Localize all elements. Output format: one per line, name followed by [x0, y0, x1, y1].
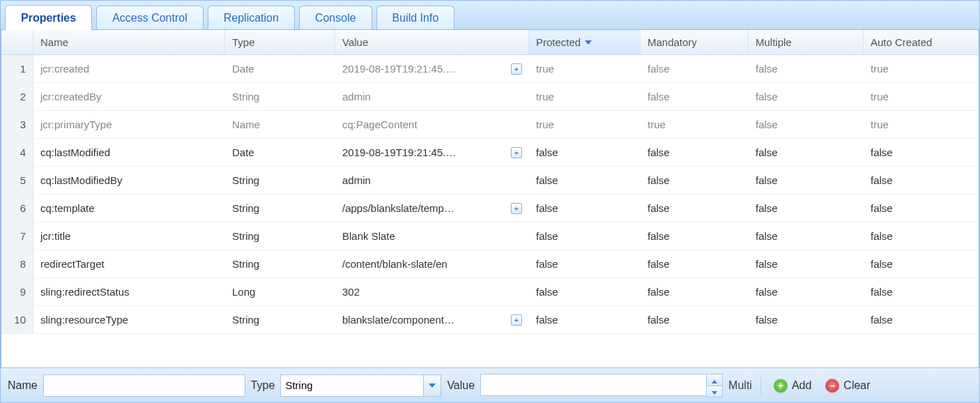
cell-value: /content/blank-slate/en — [335, 250, 529, 277]
tabstrip: Properties Access Control Replication Co… — [1, 1, 979, 30]
cell-value-text: 2019-08-19T19:21:45.… — [342, 146, 507, 158]
tab-replication[interactable]: Replication — [208, 6, 295, 29]
name-input[interactable] — [43, 374, 245, 397]
type-dropdown-button[interactable] — [423, 374, 441, 397]
table-row[interactable]: 10sling:resourceTypeStringblankslate/com… — [1, 306, 979, 334]
crx-properties-panel: Properties Access Control Replication Co… — [0, 0, 980, 403]
cell-mandatory: true — [641, 111, 749, 138]
cell-value: blankslate/component…+ — [335, 306, 529, 333]
table-row[interactable]: 6cq:templateString/apps/blankslate/temp…… — [1, 195, 979, 222]
cell-mandatory: false — [641, 278, 749, 305]
cell-rownum: 3 — [1, 111, 33, 138]
cell-autocreated: true — [864, 111, 979, 138]
cell-autocreated: false — [864, 195, 979, 222]
cell-value: /apps/blankslate/temp…+ — [335, 195, 529, 222]
column-header-mandatory[interactable]: Mandatory — [641, 30, 749, 54]
cell-type: String — [225, 167, 335, 194]
cell-autocreated: false — [864, 167, 979, 194]
multi-label: Multi — [728, 379, 752, 392]
table-row[interactable]: 2jcr:createdByStringadmintruefalsefalset… — [1, 83, 979, 111]
column-header-name[interactable]: Name — [33, 30, 225, 54]
value-spin-down[interactable] — [707, 386, 722, 397]
table-row[interactable]: 7jcr:titleStringBlank Slatefalsefalsefal… — [1, 222, 979, 250]
cell-name: sling:redirectStatus — [33, 278, 225, 305]
tab-replication-label: Replication — [224, 12, 279, 24]
expand-value-button[interactable]: + — [511, 63, 522, 75]
cell-value-text: /content/blank-slate/en — [342, 258, 522, 270]
cell-autocreated: false — [864, 250, 979, 277]
grid-header: Name Type Value Protected Mandatory Mult… — [1, 30, 979, 55]
cell-type: String — [225, 250, 335, 277]
cell-mandatory: false — [641, 139, 749, 166]
add-button[interactable]: + Add — [770, 374, 816, 397]
cell-value: admin — [335, 83, 529, 110]
cell-name: jcr:created — [33, 55, 225, 82]
table-row[interactable]: 4cq:lastModifiedDate2019-08-19T19:21:45.… — [1, 139, 979, 167]
cell-type: String — [225, 83, 335, 110]
cell-multiple: false — [749, 222, 864, 250]
cell-name: sling:resourceType — [33, 306, 225, 333]
value-spin-up[interactable] — [707, 374, 722, 386]
value-input[interactable] — [480, 374, 707, 396]
cell-multiple: false — [749, 55, 864, 82]
grid-body[interactable]: 1jcr:createdDate2019-08-19T19:21:45.…+tr… — [1, 55, 979, 367]
table-row[interactable]: 3jcr:primaryTypeNamecq:PageContenttruetr… — [1, 111, 979, 139]
cell-name: cq:lastModified — [33, 139, 225, 166]
cell-protected: false — [529, 306, 641, 333]
column-header-type[interactable]: Type — [225, 30, 335, 54]
cell-mandatory: false — [641, 250, 749, 277]
tab-build-info[interactable]: Build Info — [376, 6, 455, 29]
cell-type: String — [225, 306, 335, 333]
type-label: Type — [251, 379, 275, 392]
cell-autocreated: true — [864, 83, 979, 110]
type-input[interactable] — [280, 374, 423, 397]
column-header-value[interactable]: Value — [335, 30, 529, 54]
cell-rownum: 6 — [1, 195, 33, 222]
clear-button[interactable]: – Clear — [821, 374, 874, 397]
properties-grid: Name Type Value Protected Mandatory Mult… — [1, 30, 979, 367]
table-row[interactable]: 1jcr:createdDate2019-08-19T19:21:45.…+tr… — [1, 55, 979, 83]
value-label: Value — [447, 379, 475, 392]
cell-autocreated: true — [864, 55, 979, 82]
plus-circle-icon: + — [774, 379, 788, 393]
cell-protected: false — [529, 139, 641, 166]
tab-access-control[interactable]: Access Control — [96, 6, 204, 29]
clear-button-label: Clear — [843, 379, 870, 392]
cell-autocreated: false — [864, 222, 979, 250]
tab-properties[interactable]: Properties — [5, 5, 92, 30]
cell-value: 302 — [335, 278, 529, 305]
cell-rownum: 1 — [1, 55, 33, 82]
cell-autocreated: false — [864, 306, 979, 333]
cell-mandatory: false — [641, 83, 749, 110]
cell-name: cq:lastModifiedBy — [33, 167, 225, 194]
column-header-autocreated[interactable]: Auto Created — [864, 30, 979, 54]
chevron-down-icon — [429, 383, 436, 388]
expand-value-button[interactable]: + — [511, 203, 522, 214]
expand-value-button[interactable]: + — [511, 314, 522, 326]
cell-protected: true — [529, 83, 641, 110]
svg-marker-3 — [712, 391, 717, 395]
table-row[interactable]: 8redirectTargetString/content/blank-slat… — [1, 250, 979, 278]
column-header-rownum[interactable] — [1, 30, 33, 54]
cell-value: Blank Slate — [335, 222, 529, 250]
cell-protected: false — [529, 278, 641, 305]
column-header-multiple[interactable]: Multiple — [749, 30, 864, 54]
add-button-label: Add — [792, 379, 811, 392]
tab-console[interactable]: Console — [299, 6, 372, 29]
cell-value-text: /apps/blankslate/temp… — [342, 202, 507, 214]
cell-multiple: false — [749, 250, 864, 277]
cell-autocreated: false — [864, 139, 979, 166]
cell-name: cq:template — [33, 195, 225, 222]
cell-value: 2019-08-19T19:21:45.…+ — [335, 55, 529, 82]
column-header-protected[interactable]: Protected — [529, 30, 641, 54]
table-row[interactable]: 5cq:lastModifiedByStringadminfalsefalsef… — [1, 167, 979, 195]
cell-protected: false — [529, 222, 641, 250]
sort-desc-icon — [585, 40, 592, 45]
cell-value-text: admin — [342, 91, 522, 102]
cell-protected: true — [529, 111, 641, 138]
toolbar-separator — [760, 376, 761, 395]
cell-value-text: cq:PageContent — [342, 119, 522, 130]
expand-value-button[interactable]: + — [511, 147, 522, 158]
table-row[interactable]: 9sling:redirectStatusLong302falsefalsefa… — [1, 278, 979, 306]
tab-build-info-label: Build Info — [392, 12, 439, 24]
